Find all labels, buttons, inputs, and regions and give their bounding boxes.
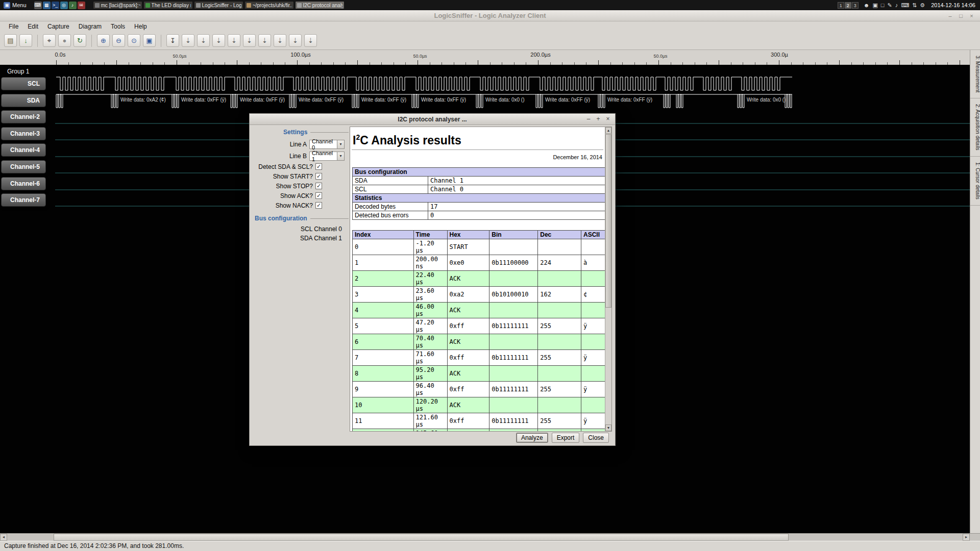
goto-cursor-3-button[interactable]: ⇣ <box>212 34 225 47</box>
taskbar-window-button[interactable]: I2C protocol analys... <box>295 1 345 9</box>
open-file-button[interactable]: ▤ <box>4 34 17 47</box>
user-status-icon[interactable]: ☻ <box>864 2 870 8</box>
line-a-select[interactable]: Channel 0 ▾ <box>309 140 345 149</box>
side-tab-measurement[interactable]: 3: Measurement <box>970 50 980 98</box>
side-tab-cursor-details[interactable]: 1: Cursor details <box>970 157 980 206</box>
taskbar-window-list: mc [laci@spark]:~/...The LED display re.… <box>93 1 345 9</box>
channel-button-channel-2[interactable]: Channel-2 <box>1 110 46 123</box>
repeat-capture-button[interactable]: ↻ <box>74 34 86 47</box>
menu-edit[interactable]: Edit <box>23 23 43 30</box>
horizontal-scrollbar[interactable]: ◂ ▸ <box>0 533 970 541</box>
decoded-data-table: IndexTimeHexBinDecASCII0-1.20 µsSTART120… <box>352 230 605 431</box>
statistics-header: Statistics <box>353 193 605 202</box>
show-stop-checkbox[interactable]: ✓ <box>315 183 322 189</box>
goto-trigger-button[interactable]: ↧ <box>166 34 179 47</box>
taskbar-window-button[interactable]: The LED display re... <box>143 1 193 9</box>
show-start-checkbox[interactable]: ✓ <box>315 173 322 180</box>
line-b-select[interactable]: Channel 1 ▾ <box>309 152 345 161</box>
data-cell: 0xa2 <box>447 286 489 302</box>
column-header-bin: Bin <box>489 230 538 239</box>
results-scroll-thumb[interactable] <box>605 134 611 308</box>
channel-button-channel-5[interactable]: Channel-5 <box>1 160 46 173</box>
keyboard-icon[interactable]: ⌨ <box>901 2 909 9</box>
capture-button[interactable]: ● <box>58 34 71 47</box>
zoom-fit-button[interactable]: ▣ <box>143 34 156 47</box>
zoom-in-button[interactable]: ⊕ <box>97 34 110 47</box>
system-tray: ☻▣□✎♪⌨⇅⚙ <box>864 2 925 9</box>
data-cell: 2 <box>353 270 414 286</box>
channel-button-channel-4[interactable]: Channel-4 <box>1 143 46 157</box>
scroll-down-button[interactable]: ▼ <box>605 424 611 431</box>
menu-diagram[interactable]: Diagram <box>74 23 106 30</box>
scroll-left-button[interactable]: ◂ <box>0 534 7 541</box>
export-button[interactable]: Export <box>552 433 580 443</box>
data-table-header-row: IndexTimeHexBinDecASCII <box>353 230 605 239</box>
menu-icon: ▣ <box>4 2 10 9</box>
workspace-1[interactable]: 1 <box>838 2 844 9</box>
close-button[interactable]: × <box>968 12 975 19</box>
device-probe-button[interactable]: ⌖ <box>43 34 56 47</box>
detect-sda-scl-checkbox[interactable]: ✓ <box>315 163 322 170</box>
dialog-minimize-button[interactable]: – <box>585 115 592 123</box>
window-titlebar[interactable]: LogicSniffer - Logic Analyzer Client –□× <box>0 10 980 21</box>
workspace-3[interactable]: 3 <box>852 2 859 9</box>
media-launcher-icon[interactable]: ♪ <box>69 2 77 9</box>
channel-button-channel-3[interactable]: Channel-3 <box>1 127 46 140</box>
menu-help[interactable]: Help <box>130 23 152 30</box>
pencil-icon[interactable]: ✎ <box>887 2 892 9</box>
goto-cursor-7-button[interactable]: ⇣ <box>274 34 286 47</box>
zoom-out-button[interactable]: ⊖ <box>112 34 125 47</box>
channel-button-channel-6[interactable]: Channel-6 <box>1 177 46 190</box>
show-ack-checkbox[interactable]: ✓ <box>315 192 322 199</box>
display-icon[interactable]: □ <box>881 2 885 8</box>
horizontal-scroll-thumb[interactable] <box>54 534 789 541</box>
volume-icon[interactable]: ♪ <box>895 2 898 8</box>
data-cell: 255 <box>538 318 581 334</box>
dialog-titlebar[interactable]: I2C protocol analyser ... –+× <box>250 114 615 125</box>
workspace-2[interactable]: 2 <box>845 2 851 9</box>
dialog-maximize-button[interactable]: + <box>595 115 601 123</box>
terminal-launcher-icon[interactable]: ⌨ <box>34 2 42 9</box>
menu-tools[interactable]: Tools <box>106 23 130 30</box>
data-cell: 200.00 ns <box>413 255 447 270</box>
taskbar-window-button[interactable]: LogicSniffer - Logic... <box>194 1 243 9</box>
terminal2-launcher-icon[interactable]: >_ <box>52 2 59 9</box>
taskbar-window-button[interactable]: ~/projects/uhk/fir... <box>244 1 294 9</box>
scroll-right-button[interactable]: ▸ <box>963 534 970 541</box>
taskbar-window-button[interactable]: mc [laci@spark]:~/... <box>93 1 142 9</box>
results-scrollbar[interactable]: ▲ ▼ <box>605 127 611 431</box>
goto-cursor-8-button[interactable]: ⇣ <box>289 34 302 47</box>
close-button[interactable]: Close <box>583 433 609 443</box>
data-cell: 6 <box>353 334 414 349</box>
scroll-up-button[interactable]: ▲ <box>605 127 611 134</box>
goto-cursor-1-button[interactable]: ⇣ <box>182 34 194 47</box>
analyze-button[interactable]: Analyze <box>516 433 548 443</box>
data-cell: ACK <box>447 365 489 381</box>
minimize-button[interactable]: – <box>947 12 953 19</box>
channel-button-scl[interactable]: SCL <box>1 77 46 90</box>
settings-gear-icon[interactable]: ⚙ <box>920 2 925 9</box>
data-cell: 10 <box>353 397 414 413</box>
clipboard-icon[interactable]: ▣ <box>872 2 877 9</box>
dialog-close-button[interactable]: × <box>605 115 611 123</box>
zoom-original-button[interactable]: ⊙ <box>128 34 140 47</box>
menu-file[interactable]: File <box>4 23 23 30</box>
goto-cursor-5-button[interactable]: ⇣ <box>243 34 256 47</box>
channel-button-sda[interactable]: SDA <box>1 94 46 107</box>
menu-button[interactable]: ▣ Menu <box>3 1 30 10</box>
goto-cursor-9-button[interactable]: ⇣ <box>304 34 317 47</box>
side-tab-acquisition-details[interactable]: 2: Acquisition details <box>970 98 980 157</box>
network-icon[interactable]: ⇅ <box>912 2 917 9</box>
show-nack-checkbox[interactable]: ✓ <box>315 202 322 209</box>
monitor-launcher-icon[interactable]: ▦ <box>43 2 51 9</box>
mail-launcher-icon[interactable]: ✉ <box>78 2 85 9</box>
goto-cursor-2-button[interactable]: ⇣ <box>197 34 210 47</box>
browser-launcher-icon[interactable]: ◎ <box>60 2 68 9</box>
goto-cursor-4-button[interactable]: ⇣ <box>228 34 240 47</box>
maximize-button[interactable]: □ <box>958 12 964 19</box>
export-save-button[interactable]: ↓ <box>19 34 32 47</box>
menu-capture[interactable]: Capture <box>43 23 74 30</box>
channel-button-channel-7[interactable]: Channel-7 <box>1 193 46 207</box>
goto-cursor-6-button[interactable]: ⇣ <box>258 34 271 47</box>
timeline-ruler[interactable]: 0.0s50.0µs100.0µs50.0µs200.0µs50.0µs300.… <box>0 50 970 65</box>
